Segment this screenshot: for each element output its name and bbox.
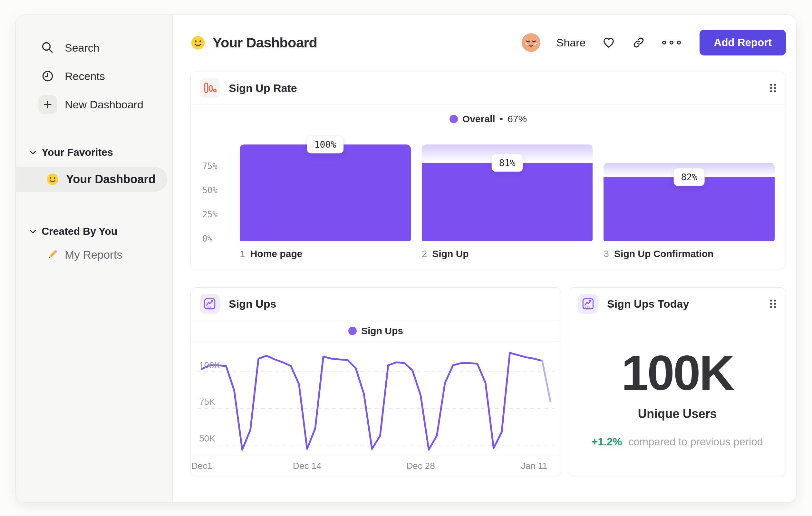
card-title: Sign Ups: [229, 298, 276, 310]
legend-value: 67%: [508, 113, 527, 125]
funnel-step-column: 82%3Sign Up Confirmation: [604, 144, 775, 259]
sidebar-item-new-dashboard[interactable]: New Dashboard: [16, 90, 172, 119]
funnel-y-tick: 0%: [202, 234, 212, 243]
funnel-bar: [604, 177, 775, 241]
created-by-you-section-header[interactable]: Created By You: [16, 225, 172, 237]
sidebar-item-my-reports[interactable]: My Reports: [16, 248, 172, 261]
section-title: Created By You: [41, 225, 117, 237]
sidebar-item-label: Search: [65, 42, 99, 54]
sidebar-item-label: My Reports: [65, 248, 122, 261]
funnel-step-label: 2Sign Up: [422, 248, 593, 259]
line-x-tick: Jan 11: [521, 461, 547, 471]
sidebar-item-label: Recents: [65, 70, 105, 83]
app-window: Search Recents New Dashboard You: [16, 15, 796, 503]
clock-icon: [40, 69, 55, 83]
legend-dot: [348, 327, 357, 335]
stat-delta: +1.2%: [591, 436, 622, 447]
line-chart-icon: [578, 294, 598, 314]
signups-card: Sign Ups Sign Ups 100K75K50K Dec1Dec 14D…: [191, 287, 561, 476]
smiley-emoji: [191, 35, 206, 50]
dashboard-content: Sign Up Rate Overall • 67%: [173, 55, 796, 476]
funnel-y-tick: 25%: [202, 210, 218, 219]
chevron-down-icon: [29, 150, 36, 155]
legend-dot: [450, 115, 458, 123]
funnel-bar: [422, 163, 593, 241]
signups-today-card: Sign Ups Today 100K Unique Users +1: [569, 287, 786, 476]
line-y-tick: 75K: [199, 397, 215, 407]
sidebar-item-search[interactable]: Search: [16, 33, 172, 62]
legend-label: Sign Ups: [361, 325, 403, 336]
ellipsis-icon[interactable]: [662, 40, 682, 45]
line-x-tick: Dec 14: [293, 461, 322, 471]
funnel-badge: 100%: [307, 136, 344, 154]
page-header: Your Dashboard Share: [173, 15, 796, 55]
heart-icon[interactable]: [602, 35, 616, 50]
funnel-step-column: 81%2Sign Up: [422, 144, 593, 259]
sidebar-item-label: New Dashboard: [65, 98, 143, 111]
line-x-tick: Dec 28: [406, 461, 435, 471]
sidebar-section-created-by-you: Created By You My Reports: [16, 225, 172, 261]
main-area: Your Dashboard Share: [173, 15, 796, 502]
add-report-button[interactable]: Add Report: [700, 30, 786, 55]
line-y-tick: 100K: [199, 360, 220, 371]
avatar[interactable]: [522, 33, 540, 52]
stat-value: 100K: [621, 348, 733, 397]
card-title: Sign Up Rate: [229, 82, 297, 94]
drag-handle-icon[interactable]: [770, 299, 777, 309]
funnel-y-tick: 50%: [202, 185, 218, 195]
plus-icon: [38, 95, 57, 114]
line-y-tick: 50K: [199, 433, 215, 444]
pencil-emoji: [46, 249, 58, 261]
sidebar-section-favorites: Your Favorites Your Dashboard: [16, 146, 172, 192]
line-chart-x-axis: Dec1Dec 14Dec 28Jan 11: [191, 455, 561, 476]
funnel-step-column: 100%1Home page: [240, 144, 411, 259]
sidebar-item-recents[interactable]: Recents: [16, 62, 172, 90]
funnel-bar: [240, 144, 411, 241]
bar-chart-icon: [200, 78, 220, 98]
funnel-y-axis: 75%50%25%0%: [202, 144, 229, 241]
line-x-tick: Dec1: [191, 461, 212, 471]
card-title: Sign Ups Today: [607, 298, 689, 310]
line-chart-icon: [200, 294, 220, 314]
section-title: Your Favorites: [41, 146, 113, 158]
stat-delta-description: compared to previous period: [628, 436, 763, 447]
link-icon[interactable]: [632, 36, 645, 49]
funnel-chart: 75%50%25%0% 100%1Home page81%2Sign Up82%…: [200, 144, 776, 259]
sidebar: Search Recents New Dashboard You: [16, 15, 173, 502]
sidebar-item-your-dashboard[interactable]: Your Dashboard: [16, 167, 167, 192]
funnel-step-label: 1Home page: [240, 248, 411, 259]
drag-handle-icon[interactable]: [770, 83, 777, 93]
page-title: Your Dashboard: [213, 35, 317, 51]
signup-rate-card: Sign Up Rate Overall • 67%: [191, 72, 786, 269]
funnel-badge: 82%: [673, 168, 705, 186]
favorites-section-header[interactable]: Your Favorites: [16, 146, 172, 158]
funnel-legend: Overall • 67%: [200, 105, 776, 127]
funnel-step-label: 3Sign Up Confirmation: [604, 248, 775, 259]
legend-label: Overall: [462, 113, 495, 125]
legend-separator: •: [500, 113, 503, 125]
line-legend: Sign Ups: [191, 320, 561, 342]
sidebar-item-label: Your Dashboard: [66, 172, 155, 186]
funnel-y-tick: 75%: [202, 161, 218, 171]
smiley-emoji: [46, 173, 59, 186]
share-button[interactable]: Share: [556, 36, 586, 49]
funnel-badge: 81%: [492, 154, 523, 172]
line-chart: 100K75K50K: [197, 343, 554, 453]
stat-label: Unique Users: [638, 407, 717, 421]
chevron-down-icon: [29, 229, 36, 234]
search-icon: [40, 40, 55, 55]
